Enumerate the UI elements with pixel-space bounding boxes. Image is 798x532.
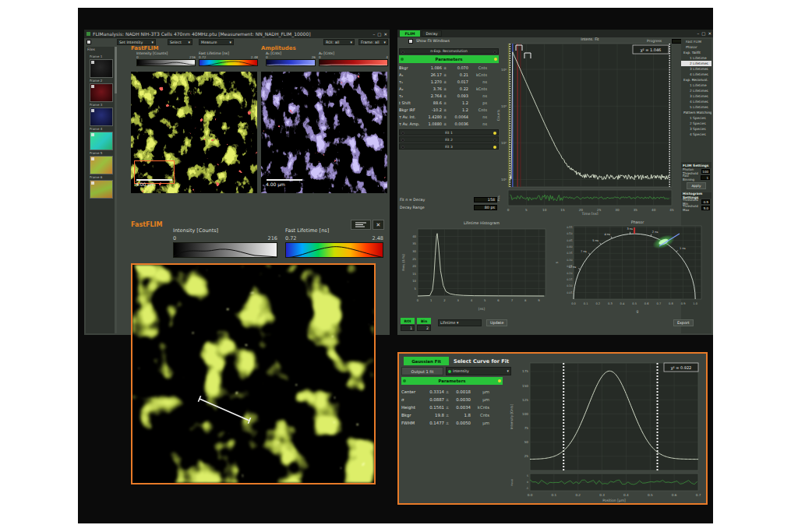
sidebar-model-item[interactable]: 1 Species bbox=[681, 115, 711, 121]
pc-pm: ± bbox=[442, 65, 448, 70]
sidebar-group-exp-reconvol-[interactable]: Exp. Reconvol. bbox=[681, 77, 711, 83]
thumbnail-6[interactable]: Frame 6 bbox=[90, 175, 115, 199]
sidebar-model-item[interactable]: 4 Lifetimes bbox=[681, 72, 711, 77]
fit-param-row: A₂3.76±0.22kCnts bbox=[399, 85, 499, 92]
roi-chip-button[interactable]: ROI bbox=[401, 318, 415, 324]
a2-colorbar[interactable] bbox=[319, 59, 388, 66]
zoom-intensity-label: Intensity [Counts] bbox=[173, 227, 277, 234]
pc-pm: ± bbox=[442, 122, 448, 126]
sidebar-model-item[interactable]: 2 Lifetimes bbox=[681, 61, 711, 66]
pc-name: Bkgr bbox=[401, 413, 422, 417]
svg-text:0.10: 0.10 bbox=[567, 284, 572, 287]
pc-err: 1.2 bbox=[448, 100, 468, 105]
measure-dropdown[interactable]: Measure▾ bbox=[199, 39, 234, 45]
pc-err: 1.8 bbox=[450, 413, 471, 417]
update-button[interactable]: Update bbox=[486, 319, 507, 326]
svg-text:0.1: 0.1 bbox=[584, 302, 588, 305]
thumbnail-5[interactable]: Frame 5 bbox=[90, 151, 115, 174]
pc-err: 0.22 bbox=[448, 86, 468, 91]
lifetime-colorbar[interactable] bbox=[199, 59, 258, 66]
svg-text:0.15: 0.15 bbox=[567, 278, 572, 281]
mode-dropdown[interactable]: Lifetime ▾ bbox=[438, 319, 482, 326]
left-window-titlebar[interactable]: FLIManalysis: NADH NIH-3T3 Cells 470nm 4… bbox=[84, 30, 390, 38]
close-icon[interactable]: ✕ bbox=[708, 31, 711, 36]
sidebar-item-fast-flim[interactable]: Fast FLIM bbox=[681, 39, 711, 44]
sidebar-model-item[interactable]: 5 Lifetimes bbox=[681, 104, 711, 110]
curve-row-2[interactable]: Fit 2 bbox=[399, 136, 499, 143]
thumbnail-1[interactable]: Frame 1 bbox=[90, 55, 115, 78]
bin-chip-button[interactable]: Bin bbox=[417, 318, 431, 324]
lifetime-histogram-plot[interactable]: Lifetime Histogram0123456789510152025303… bbox=[399, 218, 552, 316]
sidebar-model-item[interactable]: 3 Species bbox=[681, 126, 711, 132]
svg-text:0.8: 0.8 bbox=[669, 302, 673, 305]
fit-info-value[interactable]: 80 ps bbox=[474, 205, 497, 210]
thumbnail-3[interactable]: Frame 3 bbox=[90, 103, 115, 126]
apply-button[interactable]: Apply bbox=[687, 182, 705, 189]
sidebar-model-item[interactable]: 4 Species bbox=[681, 132, 711, 137]
svg-text:s: s bbox=[555, 261, 559, 263]
photon-threshold-input[interactable]: 100 bbox=[701, 169, 710, 174]
amplitude-image[interactable] bbox=[261, 72, 387, 193]
tab-flim[interactable]: FLIM bbox=[400, 30, 420, 37]
curve-row-1[interactable]: Fit 1 bbox=[399, 129, 499, 136]
sidebar-model-item[interactable]: 4 Lifetimes bbox=[681, 99, 711, 104]
bin-value[interactable]: 2 bbox=[417, 325, 431, 331]
roi-dropdown[interactable]: ROI: all▾ bbox=[323, 39, 355, 45]
sidebar-model-item[interactable]: 2 Species bbox=[681, 121, 711, 126]
a1-colorbar[interactable] bbox=[266, 59, 316, 66]
set-intensity-dropdown[interactable]: Set Intensity▾ bbox=[117, 39, 156, 45]
zoom-lifetime-colorbar[interactable] bbox=[285, 242, 383, 258]
sidebar-model-item[interactable]: 2 Lifetimes bbox=[681, 88, 711, 93]
pc-value: 0.0887 bbox=[422, 397, 444, 402]
roi-value[interactable]: 1 bbox=[401, 325, 415, 331]
model-selector[interactable]: n-Exp. Reconvolution bbox=[399, 48, 499, 55]
sidebar-group-exp-tailfit[interactable]: Exp. Tailfit bbox=[681, 50, 711, 55]
sidebar-group-pattern-matching[interactable]: Pattern Matching bbox=[681, 110, 711, 115]
phasor-plot[interactable]: Phasor0.00.10.20.30.40.50.60.70.80.91.00… bbox=[553, 218, 709, 316]
curve-dot bbox=[401, 146, 404, 149]
close-icon[interactable]: ✕ bbox=[383, 32, 387, 37]
threshold-max-input[interactable]: 5.0 bbox=[701, 206, 710, 210]
fastflim-zoom-image[interactable] bbox=[132, 265, 374, 483]
output-tab[interactable]: Output 1 fit bbox=[401, 367, 443, 375]
pc-value: 3.76 bbox=[420, 86, 442, 91]
sidebar-item-phasor[interactable]: Phasor bbox=[681, 44, 711, 50]
pc-unit: ps bbox=[468, 100, 487, 105]
thumbnail-2[interactable]: Frame 2 bbox=[90, 79, 115, 102]
minimize-icon[interactable]: – bbox=[697, 31, 699, 36]
pc-value: 88.6 bbox=[420, 100, 442, 105]
chevron-down-icon: ▾ bbox=[351, 41, 352, 44]
toolbar-checkbox[interactable] bbox=[87, 40, 91, 44]
source-dropdown[interactable]: Intensity ▾ bbox=[446, 367, 511, 375]
gaussian-fit-plot[interactable]: 0.00.10.20.30.40.50.60.72550751001251501… bbox=[507, 357, 704, 503]
parameters-bar[interactable]: Parameters bbox=[399, 55, 499, 63]
thumbnail-scrollbar[interactable] bbox=[115, 47, 117, 333]
gaussian-fit-button[interactable]: Gaussian Fit bbox=[404, 357, 449, 365]
svg-text:0.20: 0.20 bbox=[567, 272, 572, 275]
fast-binning-input[interactable]: 1 bbox=[701, 175, 710, 180]
maximize-icon[interactable]: ▢ bbox=[701, 31, 705, 36]
thumbnail-4[interactable]: Frame 4 bbox=[90, 127, 115, 150]
sidebar-model-item[interactable]: 1 Lifetime bbox=[681, 83, 711, 88]
maximize-icon[interactable]: ▢ bbox=[377, 32, 381, 37]
minimize-icon[interactable]: – bbox=[373, 32, 375, 37]
fit-param-row: Bkgr IRF-10.2±1.2Cnts bbox=[399, 106, 499, 113]
tab-decay[interactable]: Decay bbox=[422, 30, 442, 37]
decay-plot[interactable]: Intens. Fit05101520253035404510¹10²10³10… bbox=[496, 34, 680, 215]
sidebar-model-item[interactable]: 3 Lifetimes bbox=[681, 66, 711, 72]
show-fit-checkbox[interactable] bbox=[408, 39, 413, 44]
sidebar-model-item[interactable]: 1 Lifetime bbox=[681, 55, 711, 61]
select-dropdown[interactable]: Select▾ bbox=[168, 39, 192, 45]
curve-row-3[interactable]: Fit 3 bbox=[399, 143, 499, 150]
frame-dropdown[interactable]: Frame: all▾ bbox=[358, 39, 388, 45]
svg-text:-5: -5 bbox=[526, 487, 528, 490]
intensity-colorbar[interactable] bbox=[136, 59, 196, 66]
fit-info-value[interactable]: 158 bbox=[474, 197, 497, 203]
sidebar-model-item[interactable]: 3 Lifetimes bbox=[681, 93, 711, 99]
pc-name: A₁ bbox=[399, 72, 420, 77]
gauss-parameters-bar[interactable]: Parameters bbox=[401, 377, 503, 385]
zoom-intensity-colorbar[interactable] bbox=[173, 242, 277, 258]
status-dot bbox=[498, 379, 501, 382]
threshold-min-input[interactable]: 0.5 bbox=[701, 199, 710, 204]
export-button[interactable]: Export bbox=[673, 319, 694, 326]
